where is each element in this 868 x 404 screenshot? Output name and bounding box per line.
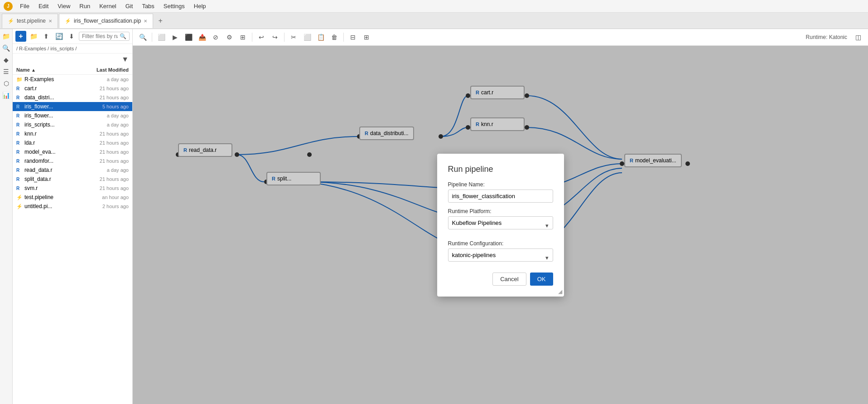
download-button[interactable]: ⬇: [66, 31, 77, 42]
sidebar-icon-extensions[interactable]: ⬡: [1, 78, 12, 89]
cut-tool-button[interactable]: ✂: [287, 31, 300, 44]
file-date: 5 hours ago: [88, 104, 129, 109]
list-item[interactable]: Rdata_distri...21 hours ago: [13, 93, 132, 102]
pipeline-canvas[interactable]: R read_data.r R split... R data_distribu…: [133, 46, 868, 404]
sidebar-icon-settings[interactable]: ☰: [1, 66, 12, 77]
file-name: iris_flower...: [24, 112, 88, 119]
delete-tool-button[interactable]: 🗑: [328, 31, 341, 44]
menu-kernel[interactable]: Kernel: [96, 2, 120, 10]
file-date: 21 hours ago: [88, 95, 129, 100]
layout2-tool-button[interactable]: ⊞: [360, 31, 373, 44]
list-item[interactable]: Rknn.r21 hours ago: [13, 129, 132, 138]
tab-iris-close-icon[interactable]: ✕: [144, 19, 147, 24]
tab-iris-pipeline[interactable]: ⚡ iris_flower_classification.pip ✕: [59, 14, 153, 28]
file-list-header[interactable]: Name ▲ Last Modified: [13, 65, 132, 75]
column-name-header: Name ▲: [16, 67, 83, 73]
runtime-config-select[interactable]: katonic-pipelines default: [448, 248, 553, 262]
r-file-icon: R: [16, 104, 24, 109]
sidebar-icon-git[interactable]: ◆: [1, 54, 12, 65]
list-item[interactable]: ⚡test.pipelinean hour ago: [13, 193, 132, 202]
search-input[interactable]: [82, 33, 118, 39]
pipeline-name-label: Pipeline Name:: [448, 181, 553, 188]
file-date: a day ago: [88, 122, 129, 127]
file-name: test.pipeline: [24, 194, 88, 200]
open-folder-button[interactable]: 📁: [28, 31, 39, 42]
search-tool-button[interactable]: 🔍: [136, 31, 149, 44]
sidebar-icon-folder[interactable]: 📁: [1, 31, 12, 42]
file-date: 21 hours ago: [88, 86, 129, 91]
sidebar-toggle-button[interactable]: ◫: [852, 31, 864, 44]
list-item[interactable]: 📁R-Examplesa day ago: [13, 75, 132, 84]
tab-iris-icon: ⚡: [65, 18, 71, 24]
list-item[interactable]: Rlda.r21 hours ago: [13, 138, 132, 147]
run-tool-button[interactable]: ▶: [169, 31, 181, 44]
search-icon: 🔍: [120, 33, 126, 39]
menu-tabs[interactable]: Tabs: [138, 2, 158, 10]
app-logo: J: [4, 2, 13, 11]
menu-settings[interactable]: Settings: [160, 2, 188, 10]
clear-tool-button[interactable]: ⊘: [209, 31, 222, 44]
layout1-tool-button[interactable]: ⊟: [347, 31, 359, 44]
r-file-icon: R: [16, 140, 24, 146]
sidebar-icon-search[interactable]: 🔍: [1, 43, 12, 54]
sidebar-icon-data[interactable]: 📊: [1, 90, 12, 101]
file-date: an hour ago: [88, 195, 129, 200]
runtime-platform-select[interactable]: Kubeflow Pipelines Airflow Local: [448, 216, 553, 229]
menu-git[interactable]: Git: [122, 2, 137, 10]
file-name: model_eva...: [24, 149, 88, 155]
file-toolbar: + 📁 ⬆ 🔄 ⬇ 🔍: [13, 29, 132, 44]
list-item[interactable]: Rrandomfor...21 hours ago: [13, 156, 132, 165]
resize-handle[interactable]: ◢: [558, 288, 562, 295]
canvas-area: 🔍 ⬜ ▶ ⬛ 📤 ⊘ ⚙ ⊞ ↩ ↪ ✂ ⬜ 📋 🗑 ⊟ ⊞ Runtime:…: [133, 29, 868, 404]
undo-tool-button[interactable]: ↩: [255, 31, 268, 44]
select-tool-button[interactable]: ⬜: [155, 31, 168, 44]
settings-tool-button[interactable]: ⚙: [223, 31, 236, 44]
collapse-button[interactable]: ▼: [13, 54, 132, 65]
menu-help[interactable]: Help: [190, 2, 210, 10]
stop-tool-button[interactable]: ⬛: [182, 31, 195, 44]
pipeline-icon: ⚡: [16, 195, 24, 200]
list-item[interactable]: Rsvm.r21 hours ago: [13, 184, 132, 193]
breadcrumb: / R-Examples / iris_scripts /: [13, 44, 132, 54]
file-name: iris_flower...: [24, 103, 88, 110]
r-file-icon: R: [16, 86, 24, 91]
list-item[interactable]: Rcart.r21 hours ago: [13, 84, 132, 93]
export-tool-button[interactable]: 📤: [196, 31, 208, 44]
refresh-button[interactable]: 🔄: [53, 31, 64, 42]
paste-tool-button[interactable]: 📋: [314, 31, 327, 44]
redo-tool-button[interactable]: ↪: [269, 31, 281, 44]
grid-tool-button[interactable]: ⊞: [236, 31, 249, 44]
ok-button[interactable]: OK: [530, 273, 553, 286]
menu-edit[interactable]: Edit: [35, 2, 52, 10]
column-date-header: Last Modified: [83, 67, 129, 73]
modal-buttons: Cancel OK: [448, 273, 553, 286]
modal-title: Run pipeline: [448, 165, 553, 174]
file-name: svm.r: [24, 185, 88, 191]
menu-file[interactable]: File: [16, 2, 33, 10]
list-item[interactable]: Riris_flower...5 hours ago: [13, 102, 132, 111]
tab-add-button[interactable]: +: [154, 15, 167, 27]
upload-button[interactable]: ⬆: [41, 31, 52, 42]
list-item[interactable]: Riris_flower...a day ago: [13, 111, 132, 120]
tab-test-pipeline[interactable]: ⚡ test.pipeline ✕: [2, 14, 58, 28]
menu-bar: J File Edit View Run Kernel Git Tabs Set…: [0, 0, 868, 13]
tab-close-icon[interactable]: ✕: [48, 19, 52, 24]
r-file-icon: R: [16, 122, 24, 127]
list-item[interactable]: Rmodel_eva...21 hours ago: [13, 147, 132, 156]
menu-view[interactable]: View: [54, 2, 74, 10]
list-item[interactable]: ⚡untitled.pi...2 hours ago: [13, 202, 132, 211]
file-date: 21 hours ago: [88, 131, 129, 136]
r-file-icon: R: [16, 131, 24, 136]
new-file-button[interactable]: +: [15, 31, 26, 42]
list-item[interactable]: Rsplit_data.r21 hours ago: [13, 175, 132, 184]
pipeline-name-input[interactable]: [448, 190, 553, 203]
file-name: randomfor...: [24, 158, 88, 164]
list-item[interactable]: Riris_scripts...a day ago: [13, 120, 132, 129]
cancel-button[interactable]: Cancel: [492, 273, 526, 286]
file-date: 21 hours ago: [88, 140, 129, 146]
list-item[interactable]: Rread_data.ra day ago: [13, 165, 132, 175]
menu-run[interactable]: Run: [76, 2, 94, 10]
run-pipeline-modal: Run pipeline Pipeline Name: Runtime Plat…: [437, 154, 564, 297]
runtime-label: Runtime: Katonic: [806, 34, 847, 40]
copy-tool-button[interactable]: ⬜: [301, 31, 313, 44]
